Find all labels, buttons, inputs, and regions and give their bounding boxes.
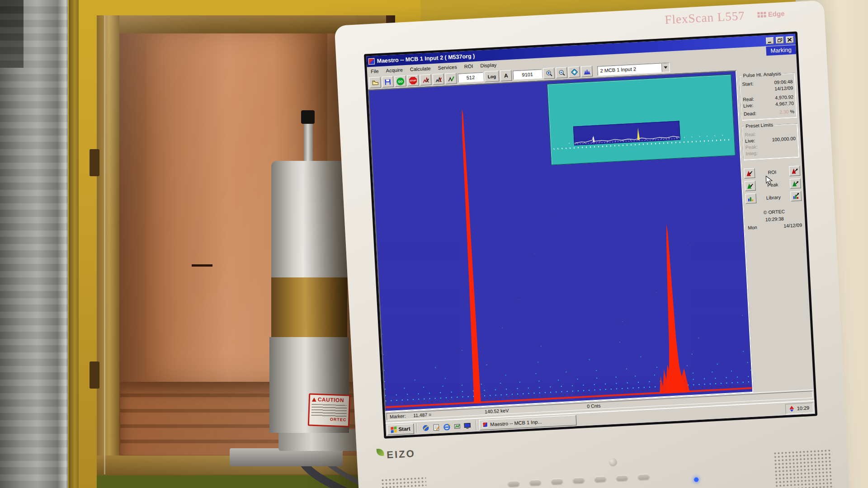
open-button[interactable] [369, 77, 381, 88]
caution-fine-print [311, 404, 347, 418]
live-value: 4,967.70 [775, 100, 794, 107]
real-value: 4,970.92 [775, 94, 793, 100]
wall-seam [69, 0, 79, 488]
menu-display[interactable]: Display [480, 62, 497, 68]
main-content: Pulse Ht. Analysis Start: 09:06:48 14/12… [368, 67, 814, 412]
save-button[interactable] [382, 76, 394, 87]
quick-launch [420, 422, 473, 432]
close-button[interactable] [786, 36, 794, 43]
detector-mount-plate [230, 448, 343, 466]
library-prev-button[interactable] [745, 193, 756, 204]
dead-value: 2.30 [779, 109, 789, 115]
edge-grid-icon [758, 12, 767, 18]
mouse-cursor [765, 175, 773, 186]
steel-pillar [0, 0, 68, 488]
start-button[interactable]: Start [387, 423, 414, 435]
minimize-button[interactable] [766, 37, 774, 44]
menu-acquire[interactable]: Acquire [386, 67, 403, 73]
quicklaunch-ie-icon[interactable] [443, 422, 451, 431]
start-date: 14/12/09 [774, 85, 793, 91]
zoom-out-button[interactable] [556, 67, 567, 78]
peak-next-button[interactable] [790, 178, 801, 189]
roi-label: ROI [768, 169, 776, 175]
detector-select[interactable]: 2 MCB 1 Input 2 [597, 62, 670, 75]
screen-frame: Marking Maestro -- MCB 1 Input 2 ( M537o… [364, 32, 817, 439]
vertical-scale-field[interactable]: 512 [458, 72, 483, 83]
start-label: Start: [742, 81, 754, 87]
pulse-height-group: Pulse Ht. Analysis Start: 09:06:48 14/12… [739, 73, 797, 121]
quicklaunch-icon-4[interactable] [453, 422, 461, 430]
windows-flag-icon [391, 426, 397, 433]
detector-brass-band [271, 277, 347, 337]
taskbar-divider [476, 420, 477, 430]
full-view-button[interactable] [568, 66, 580, 78]
door-hinge [90, 149, 99, 176]
live-label: Live: [743, 103, 754, 108]
go-button[interactable]: GO [395, 75, 406, 87]
detector-brand-text: ORTEC [311, 417, 346, 422]
roi-in-button[interactable] [744, 168, 755, 178]
screen: Marking Maestro -- MCB 1 Input 2 ( M537o… [366, 34, 815, 436]
show-desktop-icon[interactable] [463, 422, 472, 430]
eizo-monitor: FlexScan L557 Edge Marking Maestro -- MC… [335, 0, 850, 488]
peak-list-button[interactable] [581, 66, 593, 77]
menu-services[interactable]: Services [438, 64, 457, 70]
taskbar-divider [416, 423, 418, 433]
monitor-osd-marking: Marking [766, 45, 796, 56]
menu-file[interactable]: File [371, 68, 379, 74]
chevron-down-icon [664, 66, 667, 68]
lab-photo-scene: CAUTION ORTEC FlexScan L557 Edge Marking… [0, 0, 868, 488]
library-next-button[interactable] [790, 191, 802, 202]
menu-roi[interactable]: ROI [464, 63, 473, 69]
eizo-logo-mark [377, 449, 384, 456]
clear-roi-button[interactable] [420, 74, 431, 85]
detector-tube [304, 122, 313, 164]
power-led [694, 477, 699, 482]
clock-day: Mon [748, 224, 757, 231]
acquisition-tray-icon [789, 406, 794, 412]
mark-roi-button[interactable] [432, 74, 444, 85]
channel-field[interactable]: 9101 [513, 69, 542, 80]
preset-live-value: 100,000.00 [772, 136, 796, 142]
maestro-task-button[interactable]: Maestro -- MCB 1 Inp... [479, 415, 577, 430]
monitor-menu-button[interactable] [609, 458, 618, 467]
speaker-grill-left [381, 476, 428, 488]
menu-calculate[interactable]: Calculate [410, 66, 431, 72]
zoom-in-button[interactable] [543, 68, 555, 79]
system-tray[interactable]: 10:29 [785, 402, 814, 414]
door-hinge [90, 361, 99, 389]
real-label: Real: [743, 96, 754, 102]
library-label: Library [766, 194, 781, 201]
combo-dropdown-button[interactable] [661, 63, 670, 72]
marker-channel: 11,487 = [413, 411, 450, 418]
clock-date: 14/12/09 [783, 221, 802, 230]
caution-label: CAUTION ORTEC [308, 393, 350, 427]
maestro-app-icon [368, 58, 375, 65]
stop-button[interactable]: STOP [407, 75, 419, 86]
roi-out-button[interactable] [789, 166, 800, 176]
detector-cap [301, 110, 315, 124]
quicklaunch-icon-2[interactable] [432, 423, 440, 432]
spectrum-plot[interactable] [368, 70, 753, 412]
start-time: 09:06:48 [774, 79, 793, 85]
quicklaunch-icon-1[interactable] [422, 424, 430, 432]
preset-group-title: Preset Limits [744, 122, 774, 128]
peak-mark-button[interactable] [445, 73, 457, 84]
preset-limits-group: Preset Limits Real: Live: 100,000.00 Pea… [741, 123, 799, 160]
maestro-app-icon [482, 422, 488, 428]
preset-peak-label: Peak: [745, 144, 758, 150]
log-scale-button[interactable]: Log [484, 70, 499, 82]
full-view-inset-window[interactable] [547, 74, 736, 165]
restore-button[interactable] [776, 37, 784, 44]
dead-label: Dead: [744, 111, 757, 117]
monitor-control-buttons[interactable] [508, 474, 650, 487]
pulse-group-title: Pulse Ht. Analysis [741, 70, 783, 78]
ortec-clock-block: © ORTEC 10:29:38 Mon 14/12/09 [746, 207, 803, 232]
peak-prev-button[interactable] [745, 181, 756, 191]
dead-unit: % [790, 108, 794, 114]
preset-integ-label: Integ: [745, 150, 758, 156]
library-button-row: Library [745, 191, 802, 204]
preset-live-label: Live: [745, 138, 755, 144]
marker-label: Marker: [390, 413, 414, 419]
auto-scale-button[interactable]: A [500, 70, 512, 81]
